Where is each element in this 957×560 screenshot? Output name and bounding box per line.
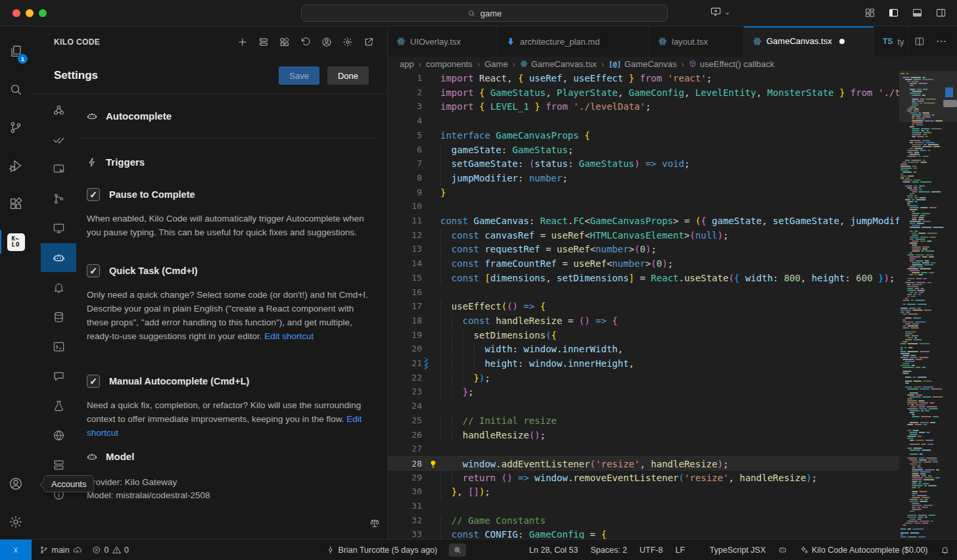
code-line-6[interactable]: 6 gameState: GameStatus; [388, 143, 899, 157]
code-line-26[interactable]: 26 handleResize(); [388, 428, 899, 442]
activity-item-manage[interactable] [0, 506, 32, 538]
tab-gamecanvas-tsx[interactable]: GameCanvas.tsx [744, 26, 874, 57]
code-line-16[interactable]: 16 [388, 285, 899, 300]
settings-nav-comment[interactable] [41, 362, 76, 390]
maximize-window-button[interactable] [39, 9, 47, 17]
line-number[interactable]: 2 [388, 85, 422, 100]
breadcrumb-item-gamecanvas-tsx[interactable]: GameCanvas.tsx [520, 59, 597, 69]
status-eol[interactable]: LF [675, 546, 685, 555]
code-line-20[interactable]: 20 width: window.innerWidth, [388, 342, 899, 356]
line-number[interactable]: 13 [388, 242, 422, 256]
status-kilo-autocomplete[interactable]: Kilo Code Autocomplete ($0.00) [800, 546, 928, 555]
status-language-mode[interactable]: TypeScript JSX [697, 546, 766, 555]
code-line-22[interactable]: 22 }); [388, 371, 899, 385]
breadcrumb-item-gamecanvas[interactable]: [@]GameCanvas [609, 59, 676, 69]
code-line-5[interactable]: 5interface GameCanvasProps { [388, 128, 899, 143]
scale-icon[interactable] [369, 518, 380, 528]
remote-indicator[interactable] [0, 540, 32, 560]
code-line-32[interactable]: 32 // Game Constants [388, 513, 899, 528]
settings-nav-database[interactable] [41, 302, 76, 331]
code-line-30[interactable]: 30 }, []); [388, 484, 899, 499]
line-number[interactable]: 11 [388, 214, 422, 228]
status-zoom[interactable] [449, 544, 466, 557]
settings-nav-globe[interactable] [41, 421, 76, 450]
code-line-13[interactable]: 13 const requestRef = useRef<number>(0); [388, 242, 899, 256]
pause-to-complete-checkbox[interactable]: ✓ [87, 188, 100, 201]
code-line-21[interactable]: 21 height: window.innerHeight, [388, 356, 899, 371]
line-number[interactable]: 30 [388, 484, 422, 499]
line-number[interactable]: 8 [388, 171, 422, 185]
status-notifications[interactable] [941, 546, 950, 555]
breadcrumb-item-components[interactable]: components [426, 59, 473, 69]
line-number[interactable]: 24 [388, 399, 422, 413]
code-line-17[interactable]: 17 useEffect(() => { [388, 299, 899, 314]
settings-nav-robot[interactable] [41, 243, 76, 272]
code-line-7[interactable]: 7 setGameState: (status: GameStatus) => … [388, 156, 899, 171]
code-line-11[interactable]: 11const GameCanvas: React.FC<GameCanvasP… [388, 214, 899, 228]
line-number[interactable]: 10 [388, 199, 422, 214]
settings-nav-screen[interactable] [41, 154, 76, 183]
line-number[interactable]: 22 [388, 371, 422, 385]
code-line-33[interactable]: 33 const CONFIG: GameConfig = { [388, 527, 899, 539]
status-cursor-position[interactable]: Ln 28, Col 53 [529, 546, 578, 555]
line-number[interactable]: 26 [388, 428, 422, 442]
status-indentation[interactable]: Spaces: 2 [590, 546, 627, 555]
line-number[interactable]: 1 [388, 71, 422, 85]
tab-layout-tsx[interactable]: layout.tsx [649, 26, 744, 57]
line-number[interactable]: 32 [388, 513, 422, 528]
activity-item-kilo-code[interactable]: K⌙LO [0, 226, 32, 258]
manual-autocomplete-checkbox[interactable]: ✓ [87, 375, 100, 388]
quick-task-checkbox[interactable]: ✓ [87, 264, 100, 277]
line-number[interactable]: 25 [388, 413, 422, 428]
lightbulb-icon[interactable] [429, 459, 438, 469]
code-line-31[interactable]: 31 [388, 499, 899, 513]
line-number[interactable]: 15 [388, 271, 422, 285]
command-center-search[interactable]: game [301, 5, 668, 22]
status-blame[interactable]: Brian Turcotte (5 days ago) [326, 546, 437, 555]
line-number[interactable]: 19 [388, 328, 422, 342]
editor-scrollbar[interactable] [943, 100, 957, 107]
line-number[interactable]: 14 [388, 256, 422, 271]
code-line-1[interactable]: 1import React, { useRef, useEffect } fro… [388, 71, 899, 85]
line-number[interactable]: 6 [388, 143, 422, 157]
line-number[interactable]: 18 [388, 314, 422, 328]
code-line-4[interactable]: 4 [388, 114, 899, 128]
line-number[interactable]: 3 [388, 99, 422, 114]
code-line-14[interactable]: 14 const frameCountRef = useRef<number>(… [388, 256, 899, 271]
split-editor-icon[interactable] [914, 36, 925, 47]
line-number[interactable]: 23 [388, 385, 422, 399]
code-line-15[interactable]: 15 const [dimensions, setDimensions] = R… [388, 271, 899, 285]
activity-item-source-control[interactable] [0, 112, 32, 143]
code-line-29[interactable]: 29 return () => window.removeEventListen… [388, 471, 899, 485]
code-line-12[interactable]: 12 const canvasRef = useRef<HTMLCanvasEl… [388, 228, 899, 243]
status-copilot[interactable] [778, 546, 787, 555]
tab-uioverlay-tsx[interactable]: UIOverlay.tsx [388, 26, 498, 57]
layout-panel-icon[interactable] [912, 7, 923, 18]
line-number[interactable]: 33 [388, 527, 422, 539]
line-number[interactable]: 17 [388, 299, 422, 314]
settings-nav-display[interactable] [41, 214, 76, 243]
minimize-window-button[interactable] [26, 9, 34, 17]
tab-architecture-plan-md[interactable]: architecture_plan.md [498, 26, 649, 57]
status-problems[interactable]: 00 [92, 546, 129, 555]
activity-item-extensions[interactable] [0, 188, 32, 220]
code-line-18[interactable]: 18 const handleResize = () => { [388, 314, 899, 328]
code-line-3[interactable]: 3import { LEVEL_1 } from './levelData'; [388, 99, 899, 114]
settings-nav-merge[interactable] [41, 184, 76, 213]
settings-nav-flask[interactable] [41, 391, 76, 420]
code-line-28[interactable]: 28 window.addEventListener('resize', han… [388, 456, 899, 471]
code-line-19[interactable]: 19 setDimensions({ [388, 328, 899, 342]
line-number[interactable]: 28 [388, 457, 422, 471]
layout-customize-icon[interactable] [864, 7, 875, 18]
code-editor[interactable]: 1import React, { useRef, useEffect } fro… [388, 71, 899, 539]
activity-item-accounts[interactable] [0, 468, 32, 500]
layout-sidebar-left-icon[interactable] [888, 7, 899, 18]
code-line-27[interactable]: 27 [388, 442, 899, 456]
line-number[interactable]: 16 [388, 285, 422, 300]
code-line-2[interactable]: 2import { GameStatus, PlayerState, GameC… [388, 85, 899, 100]
tab-ty[interactable]: TSty [874, 26, 908, 57]
line-number[interactable]: 20 [388, 342, 422, 356]
line-number[interactable]: 12 [388, 228, 422, 243]
line-number[interactable]: 4 [388, 114, 422, 128]
code-line-10[interactable]: 10 [388, 199, 899, 214]
